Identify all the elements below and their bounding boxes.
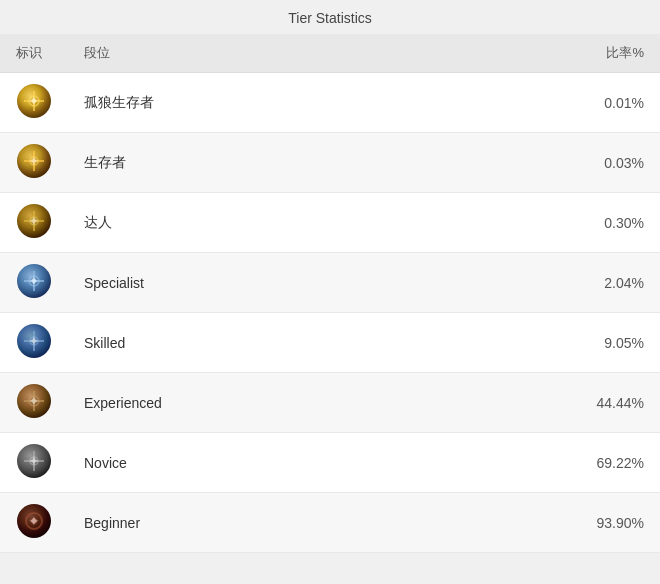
table-header-row: 标识 段位 比率% <box>0 34 660 73</box>
icon-beginner <box>0 493 68 553</box>
table-row: Beginner93.90% <box>0 493 660 553</box>
svg-point-26 <box>17 444 51 478</box>
svg-point-12 <box>30 217 38 225</box>
tier-rate-novice: 69.22% <box>411 433 660 493</box>
tier-name-master: 达人 <box>68 193 411 253</box>
svg-point-18 <box>17 324 51 358</box>
svg-point-4 <box>32 99 36 103</box>
svg-point-17 <box>32 279 36 283</box>
tier-rate-survivor: 0.03% <box>411 133 660 193</box>
svg-point-0 <box>17 84 51 118</box>
icon-novice <box>0 433 68 493</box>
tier-rate-master: 0.30% <box>411 193 660 253</box>
tier-name-solowolf: 孤狼生存者 <box>68 73 411 133</box>
table-row: Experienced44.44% <box>0 373 660 433</box>
table-row: 生存者0.03% <box>0 133 660 193</box>
icon-survivor <box>0 133 68 193</box>
icon-solowolf <box>0 73 68 133</box>
svg-point-5 <box>17 144 51 178</box>
tier-name-novice: Novice <box>68 433 411 493</box>
svg-point-9 <box>17 204 51 238</box>
svg-point-8 <box>30 157 38 165</box>
tier-rate-solowolf: 0.01% <box>411 73 660 133</box>
page-title: Tier Statistics <box>0 0 660 34</box>
table-row: 孤狼生存者0.01% <box>0 73 660 133</box>
tier-name-beginner: Beginner <box>68 493 411 553</box>
icon-master <box>0 193 68 253</box>
svg-point-16 <box>29 276 39 286</box>
tier-name-survivor: 生存者 <box>68 133 411 193</box>
tier-rate-specialist: 2.04% <box>411 253 660 313</box>
col-header-icon: 标识 <box>0 34 68 73</box>
icon-experienced <box>0 373 68 433</box>
tier-name-specialist: Specialist <box>68 253 411 313</box>
tier-rate-skilled: 9.05% <box>411 313 660 373</box>
icon-specialist <box>0 253 68 313</box>
tier-name-experienced: Experienced <box>68 373 411 433</box>
svg-point-13 <box>17 264 51 298</box>
table-row: Skilled9.05% <box>0 313 660 373</box>
svg-point-22 <box>17 384 51 418</box>
svg-point-3 <box>29 96 39 106</box>
icon-skilled <box>0 313 68 373</box>
svg-point-25 <box>29 396 39 406</box>
table-row: Specialist2.04% <box>0 253 660 313</box>
svg-point-21 <box>30 337 38 345</box>
tier-statistics-table: 标识 段位 比率% 孤狼生存者0.01% 生存者0.03% 达人0.30% <box>0 34 660 553</box>
col-header-tier: 段位 <box>68 34 411 73</box>
table-row: 达人0.30% <box>0 193 660 253</box>
svg-point-30 <box>17 504 51 538</box>
svg-point-32 <box>31 518 37 524</box>
tier-name-skilled: Skilled <box>68 313 411 373</box>
col-header-rate: 比率% <box>411 34 660 73</box>
table-row: Novice69.22% <box>0 433 660 493</box>
tier-rate-experienced: 44.44% <box>411 373 660 433</box>
svg-point-29 <box>30 457 38 465</box>
svg-point-31 <box>26 513 42 529</box>
tier-rate-beginner: 93.90% <box>411 493 660 553</box>
